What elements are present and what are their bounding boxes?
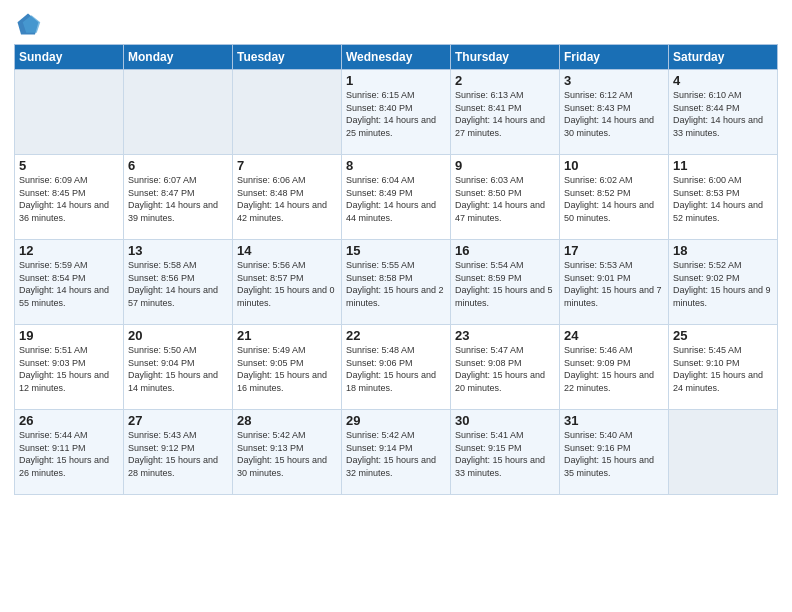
day-info: Sunrise: 5:59 AMSunset: 8:54 PMDaylight:… — [19, 259, 119, 309]
calendar-week-1: 1Sunrise: 6:15 AMSunset: 8:40 PMDaylight… — [15, 70, 778, 155]
day-info: Sunrise: 5:42 AMSunset: 9:13 PMDaylight:… — [237, 429, 337, 479]
day-info: Sunrise: 5:45 AMSunset: 9:10 PMDaylight:… — [673, 344, 773, 394]
day-number: 25 — [673, 328, 773, 343]
day-info: Sunrise: 6:07 AMSunset: 8:47 PMDaylight:… — [128, 174, 228, 224]
calendar-cell: 30Sunrise: 5:41 AMSunset: 9:15 PMDayligh… — [451, 410, 560, 495]
day-number: 13 — [128, 243, 228, 258]
day-info: Sunrise: 5:43 AMSunset: 9:12 PMDaylight:… — [128, 429, 228, 479]
calendar-cell: 13Sunrise: 5:58 AMSunset: 8:56 PMDayligh… — [124, 240, 233, 325]
day-number: 19 — [19, 328, 119, 343]
day-number: 5 — [19, 158, 119, 173]
calendar-body: 1Sunrise: 6:15 AMSunset: 8:40 PMDaylight… — [15, 70, 778, 495]
day-info: Sunrise: 6:15 AMSunset: 8:40 PMDaylight:… — [346, 89, 446, 139]
day-number: 26 — [19, 413, 119, 428]
weekday-header-monday: Monday — [124, 45, 233, 70]
day-info: Sunrise: 5:52 AMSunset: 9:02 PMDaylight:… — [673, 259, 773, 309]
calendar-cell: 22Sunrise: 5:48 AMSunset: 9:06 PMDayligh… — [342, 325, 451, 410]
calendar-cell: 26Sunrise: 5:44 AMSunset: 9:11 PMDayligh… — [15, 410, 124, 495]
day-info: Sunrise: 5:46 AMSunset: 9:09 PMDaylight:… — [564, 344, 664, 394]
day-number: 15 — [346, 243, 446, 258]
day-info: Sunrise: 5:53 AMSunset: 9:01 PMDaylight:… — [564, 259, 664, 309]
day-number: 17 — [564, 243, 664, 258]
day-info: Sunrise: 5:48 AMSunset: 9:06 PMDaylight:… — [346, 344, 446, 394]
day-number: 28 — [237, 413, 337, 428]
calendar-cell: 12Sunrise: 5:59 AMSunset: 8:54 PMDayligh… — [15, 240, 124, 325]
calendar-cell: 6Sunrise: 6:07 AMSunset: 8:47 PMDaylight… — [124, 155, 233, 240]
calendar-cell: 24Sunrise: 5:46 AMSunset: 9:09 PMDayligh… — [560, 325, 669, 410]
day-number: 16 — [455, 243, 555, 258]
calendar-cell: 15Sunrise: 5:55 AMSunset: 8:58 PMDayligh… — [342, 240, 451, 325]
calendar-cell: 29Sunrise: 5:42 AMSunset: 9:14 PMDayligh… — [342, 410, 451, 495]
day-info: Sunrise: 5:49 AMSunset: 9:05 PMDaylight:… — [237, 344, 337, 394]
calendar-week-3: 12Sunrise: 5:59 AMSunset: 8:54 PMDayligh… — [15, 240, 778, 325]
weekday-header-friday: Friday — [560, 45, 669, 70]
day-info: Sunrise: 5:55 AMSunset: 8:58 PMDaylight:… — [346, 259, 446, 309]
calendar-cell: 25Sunrise: 5:45 AMSunset: 9:10 PMDayligh… — [669, 325, 778, 410]
day-number: 11 — [673, 158, 773, 173]
day-number: 18 — [673, 243, 773, 258]
logo — [14, 10, 44, 38]
day-info: Sunrise: 6:00 AMSunset: 8:53 PMDaylight:… — [673, 174, 773, 224]
calendar-cell: 5Sunrise: 6:09 AMSunset: 8:45 PMDaylight… — [15, 155, 124, 240]
calendar-week-5: 26Sunrise: 5:44 AMSunset: 9:11 PMDayligh… — [15, 410, 778, 495]
day-number: 1 — [346, 73, 446, 88]
calendar-cell: 7Sunrise: 6:06 AMSunset: 8:48 PMDaylight… — [233, 155, 342, 240]
calendar-cell: 11Sunrise: 6:00 AMSunset: 8:53 PMDayligh… — [669, 155, 778, 240]
calendar-cell: 3Sunrise: 6:12 AMSunset: 8:43 PMDaylight… — [560, 70, 669, 155]
day-info: Sunrise: 5:40 AMSunset: 9:16 PMDaylight:… — [564, 429, 664, 479]
day-info: Sunrise: 5:44 AMSunset: 9:11 PMDaylight:… — [19, 429, 119, 479]
day-number: 9 — [455, 158, 555, 173]
day-info: Sunrise: 5:51 AMSunset: 9:03 PMDaylight:… — [19, 344, 119, 394]
day-info: Sunrise: 5:54 AMSunset: 8:59 PMDaylight:… — [455, 259, 555, 309]
day-number: 29 — [346, 413, 446, 428]
day-info: Sunrise: 6:06 AMSunset: 8:48 PMDaylight:… — [237, 174, 337, 224]
weekday-header-wednesday: Wednesday — [342, 45, 451, 70]
day-number: 14 — [237, 243, 337, 258]
day-number: 10 — [564, 158, 664, 173]
day-number: 6 — [128, 158, 228, 173]
calendar-cell: 21Sunrise: 5:49 AMSunset: 9:05 PMDayligh… — [233, 325, 342, 410]
day-number: 27 — [128, 413, 228, 428]
day-number: 21 — [237, 328, 337, 343]
calendar-cell — [669, 410, 778, 495]
day-number: 23 — [455, 328, 555, 343]
day-info: Sunrise: 6:03 AMSunset: 8:50 PMDaylight:… — [455, 174, 555, 224]
day-info: Sunrise: 6:04 AMSunset: 8:49 PMDaylight:… — [346, 174, 446, 224]
weekday-row: SundayMondayTuesdayWednesdayThursdayFrid… — [15, 45, 778, 70]
day-info: Sunrise: 6:09 AMSunset: 8:45 PMDaylight:… — [19, 174, 119, 224]
calendar-cell: 28Sunrise: 5:42 AMSunset: 9:13 PMDayligh… — [233, 410, 342, 495]
calendar-cell: 17Sunrise: 5:53 AMSunset: 9:01 PMDayligh… — [560, 240, 669, 325]
calendar-cell — [15, 70, 124, 155]
calendar-cell: 8Sunrise: 6:04 AMSunset: 8:49 PMDaylight… — [342, 155, 451, 240]
weekday-header-thursday: Thursday — [451, 45, 560, 70]
page-header — [14, 10, 778, 38]
calendar-cell: 9Sunrise: 6:03 AMSunset: 8:50 PMDaylight… — [451, 155, 560, 240]
day-number: 3 — [564, 73, 664, 88]
day-info: Sunrise: 6:02 AMSunset: 8:52 PMDaylight:… — [564, 174, 664, 224]
calendar-table: SundayMondayTuesdayWednesdayThursdayFrid… — [14, 44, 778, 495]
day-info: Sunrise: 5:47 AMSunset: 9:08 PMDaylight:… — [455, 344, 555, 394]
calendar-cell: 1Sunrise: 6:15 AMSunset: 8:40 PMDaylight… — [342, 70, 451, 155]
calendar-cell: 19Sunrise: 5:51 AMSunset: 9:03 PMDayligh… — [15, 325, 124, 410]
day-number: 7 — [237, 158, 337, 173]
day-info: Sunrise: 5:42 AMSunset: 9:14 PMDaylight:… — [346, 429, 446, 479]
calendar-cell: 23Sunrise: 5:47 AMSunset: 9:08 PMDayligh… — [451, 325, 560, 410]
calendar-cell: 27Sunrise: 5:43 AMSunset: 9:12 PMDayligh… — [124, 410, 233, 495]
calendar-cell — [233, 70, 342, 155]
calendar-cell: 10Sunrise: 6:02 AMSunset: 8:52 PMDayligh… — [560, 155, 669, 240]
page-container: SundayMondayTuesdayWednesdayThursdayFrid… — [0, 0, 792, 503]
calendar-week-4: 19Sunrise: 5:51 AMSunset: 9:03 PMDayligh… — [15, 325, 778, 410]
day-number: 2 — [455, 73, 555, 88]
day-info: Sunrise: 6:13 AMSunset: 8:41 PMDaylight:… — [455, 89, 555, 139]
day-number: 30 — [455, 413, 555, 428]
day-number: 8 — [346, 158, 446, 173]
weekday-header-saturday: Saturday — [669, 45, 778, 70]
day-info: Sunrise: 6:12 AMSunset: 8:43 PMDaylight:… — [564, 89, 664, 139]
day-number: 24 — [564, 328, 664, 343]
calendar-cell: 2Sunrise: 6:13 AMSunset: 8:41 PMDaylight… — [451, 70, 560, 155]
calendar-header: SundayMondayTuesdayWednesdayThursdayFrid… — [15, 45, 778, 70]
calendar-cell: 20Sunrise: 5:50 AMSunset: 9:04 PMDayligh… — [124, 325, 233, 410]
calendar-cell: 14Sunrise: 5:56 AMSunset: 8:57 PMDayligh… — [233, 240, 342, 325]
calendar-cell: 31Sunrise: 5:40 AMSunset: 9:16 PMDayligh… — [560, 410, 669, 495]
calendar-cell: 18Sunrise: 5:52 AMSunset: 9:02 PMDayligh… — [669, 240, 778, 325]
